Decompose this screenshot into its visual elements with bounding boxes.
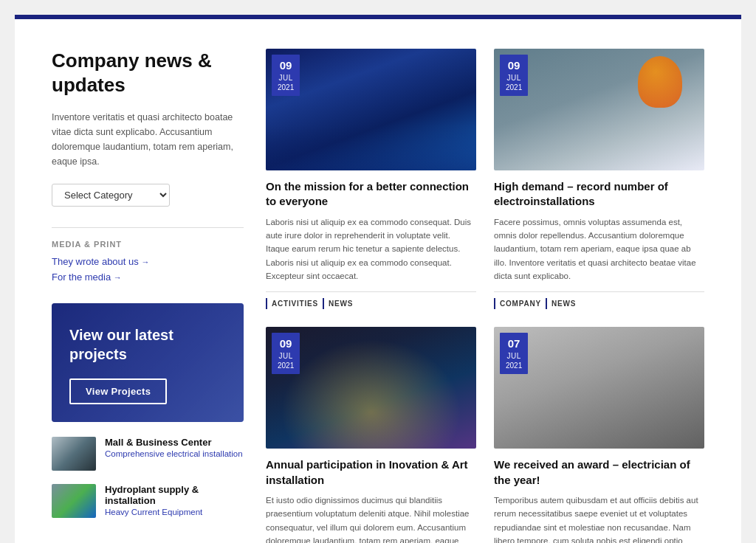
project-sub-hydro: Heavy Current Equipment (105, 508, 244, 516)
news-title-2: High demand – record number of electroin… (494, 179, 704, 210)
project-info-hydro: Hydroplant supply & installation Heavy C… (105, 484, 244, 516)
news-grid: 09 JUL 2021 On the mission for a better … (266, 49, 704, 543)
project-item-hydro: Hydroplant supply & installation Heavy C… (52, 484, 244, 518)
news-tags-2: COMPANY NEWS (494, 291, 704, 309)
sidebar-title: Company news & updates (52, 49, 244, 97)
arrow-icon-2: → (114, 273, 122, 282)
date-badge-3: 09 JUL 2021 (272, 333, 300, 374)
news-body-3: Et iusto odio dignissimos ducimus qui bl… (266, 494, 476, 543)
news-title-1: On the mission for a better connection t… (266, 179, 476, 210)
news-card-2: 09 JUL 2021 High demand – record number … (494, 49, 704, 309)
news-card-3: 09 JUL 2021 Annual participation in Inov… (266, 327, 476, 543)
date-badge-2: 09 JUL 2021 (500, 55, 528, 96)
project-info-mall: Mall & Business Center Comprehensive ele… (105, 437, 243, 458)
arrow-icon: → (141, 257, 149, 266)
they-wrote-link[interactable]: They wrote about us → (52, 256, 244, 267)
tag-company-2[interactable]: COMPANY (494, 298, 541, 309)
category-select[interactable]: Select Category Activities Company News (52, 184, 170, 207)
page-wrapper: Company news & updates Inventore veritat… (15, 15, 741, 543)
project-name-hydro: Hydroplant supply & installation (105, 484, 244, 506)
project-thumb-hydro (52, 484, 96, 518)
media-print-label: MEDIA & PRINT (52, 240, 244, 249)
news-body-4: Temporibus autem quibusdam et aut offici… (494, 494, 704, 543)
tag-activities-1[interactable]: ACTIVITIES (266, 298, 318, 309)
projects-banner: View our latest projects View Projects (52, 303, 244, 422)
news-title-4: We received an award – electrician of th… (494, 457, 704, 488)
news-body-2: Facere possimus, omnis voluptas assumend… (494, 215, 704, 283)
project-thumb-mall (52, 437, 96, 471)
news-body-1: Laboris nisi ut aliquip ex ea commodo co… (266, 215, 476, 283)
project-name-mall: Mall & Business Center (105, 437, 243, 448)
project-sub-mall: Comprehensive electrical installation (105, 449, 243, 458)
news-image-cables: 09 JUL 2021 (266, 49, 476, 170)
news-title-3: Annual participation in Inovation & Art … (266, 457, 476, 488)
sidebar: Company news & updates Inventore veritat… (52, 49, 244, 543)
project-item-mall: Mall & Business Center Comprehensive ele… (52, 437, 244, 471)
date-badge-1: 09 JUL 2021 (272, 55, 300, 96)
sidebar-divider (52, 227, 244, 228)
news-card-4: 07 JUL 2021 We received an award – elect… (494, 327, 704, 543)
news-tags-1: ACTIVITIES NEWS (266, 291, 476, 309)
main-content: Company news & updates Inventore veritat… (15, 19, 741, 543)
date-badge-4: 07 JUL 2021 (500, 333, 528, 374)
tag-news-1[interactable]: NEWS (323, 298, 353, 309)
sidebar-description: Inventore veritatis et quasi architecto … (52, 110, 244, 169)
news-image-worker: 09 JUL 2021 (494, 49, 704, 170)
projects-banner-title: View our latest projects (69, 325, 226, 364)
view-projects-button[interactable]: View Projects (69, 378, 167, 404)
for-media-link[interactable]: For the media → (52, 272, 244, 283)
news-image-handshake: 07 JUL 2021 (494, 327, 704, 449)
news-card-1: 09 JUL 2021 On the mission for a better … (266, 49, 476, 309)
tag-news-2[interactable]: NEWS (546, 298, 576, 309)
news-image-lightning: 09 JUL 2021 (266, 327, 476, 449)
